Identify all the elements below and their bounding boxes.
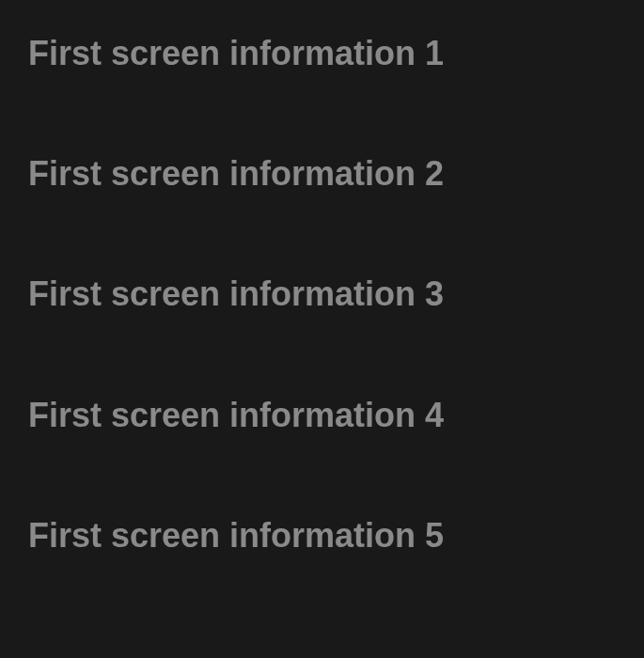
info-heading: First screen information 3 [28,274,616,314]
info-heading: First screen information 2 [28,153,616,194]
info-heading: First screen information 5 [28,515,616,556]
info-heading: First screen information 4 [28,395,616,435]
info-heading: First screen information 1 [28,33,616,73]
